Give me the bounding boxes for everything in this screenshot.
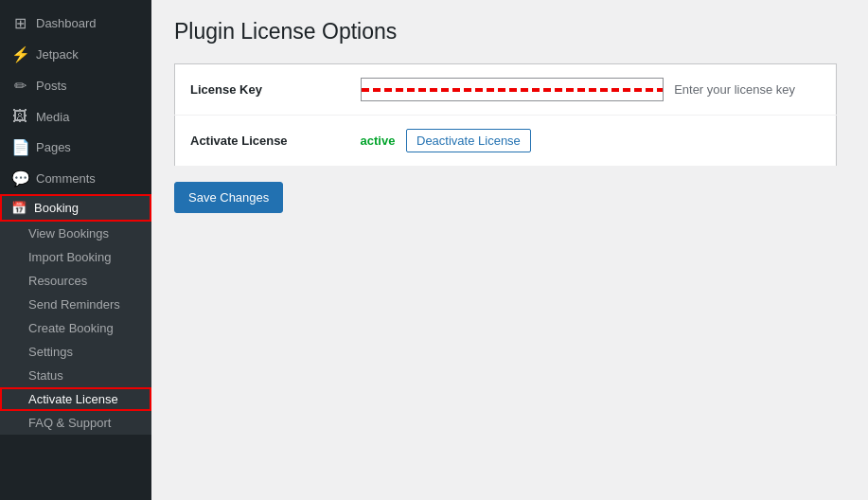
sidebar-item-label: Booking bbox=[34, 201, 79, 215]
sidebar-item-dashboard[interactable]: ⊞ Dashboard bbox=[0, 8, 151, 39]
submenu-item-status[interactable]: Status bbox=[0, 364, 151, 387]
sidebar-item-booking[interactable]: 📅 Booking bbox=[0, 194, 151, 222]
license-key-row: License Key Enter your license key bbox=[175, 64, 837, 116]
pages-icon: 📄 bbox=[11, 138, 28, 156]
submenu-item-faq-support[interactable]: FAQ & Support bbox=[0, 411, 151, 435]
save-changes-button[interactable]: Save Changes bbox=[174, 182, 283, 213]
media-icon: 🖼 bbox=[11, 108, 28, 125]
sidebar-item-label: Posts bbox=[36, 79, 67, 93]
posts-icon: ✏ bbox=[11, 77, 28, 95]
license-key-input[interactable] bbox=[361, 78, 664, 101]
sidebar-item-comments[interactable]: 💬 Comments bbox=[0, 163, 151, 194]
submenu-item-view-bookings[interactable]: View Bookings bbox=[0, 222, 151, 245]
activate-license-row: Activate License active Deactivate Licen… bbox=[175, 116, 837, 167]
activate-license-cell: active Deactivate License bbox=[345, 116, 837, 167]
sidebar: ⊞ Dashboard ⚡ Jetpack ✏ Posts 🖼 Media 📄 … bbox=[0, 0, 151, 500]
license-key-label: License Key bbox=[175, 64, 345, 116]
sidebar-item-label: Dashboard bbox=[36, 16, 97, 30]
sidebar-item-label: Jetpack bbox=[36, 47, 79, 62]
sidebar-item-jetpack[interactable]: ⚡ Jetpack bbox=[0, 39, 151, 70]
sidebar-item-label: Pages bbox=[36, 140, 71, 154]
sidebar-item-media[interactable]: 🖼 Media bbox=[0, 101, 151, 132]
booking-submenu: View Bookings Import Booking Resources S… bbox=[0, 222, 151, 435]
submenu-item-resources[interactable]: Resources bbox=[0, 269, 151, 293]
dashboard-icon: ⊞ bbox=[11, 14, 28, 32]
active-status-label: active bbox=[361, 134, 396, 148]
sidebar-top: ⊞ Dashboard ⚡ Jetpack ✏ Posts 🖼 Media 📄 … bbox=[0, 0, 151, 442]
page-title: Plugin License Options bbox=[174, 19, 845, 45]
submenu-item-settings[interactable]: Settings bbox=[0, 340, 151, 364]
booking-icon: 📅 bbox=[11, 201, 27, 215]
activate-license-label: Activate License bbox=[175, 116, 345, 167]
license-key-hint: Enter your license key bbox=[674, 82, 795, 97]
comments-icon: 💬 bbox=[11, 170, 28, 188]
sidebar-item-label: Comments bbox=[36, 171, 96, 186]
submenu-item-activate-license[interactable]: Activate License bbox=[0, 387, 151, 411]
sidebar-item-pages[interactable]: 📄 Pages bbox=[0, 132, 151, 163]
jetpack-icon: ⚡ bbox=[11, 45, 28, 63]
deactivate-license-button[interactable]: Deactivate License bbox=[406, 129, 531, 152]
submenu-item-create-booking[interactable]: Create Booking bbox=[0, 316, 151, 340]
sidebar-item-posts[interactable]: ✏ Posts bbox=[0, 70, 151, 101]
sidebar-item-label: Media bbox=[36, 110, 69, 124]
options-table: License Key Enter your license key Activ… bbox=[174, 63, 837, 167]
main-content: Plugin License Options License Key Enter… bbox=[151, 0, 868, 500]
submenu-item-send-reminders[interactable]: Send Reminders bbox=[0, 293, 151, 316]
license-key-cell: Enter your license key bbox=[345, 64, 837, 116]
submenu-item-import-booking[interactable]: Import Booking bbox=[0, 245, 151, 269]
